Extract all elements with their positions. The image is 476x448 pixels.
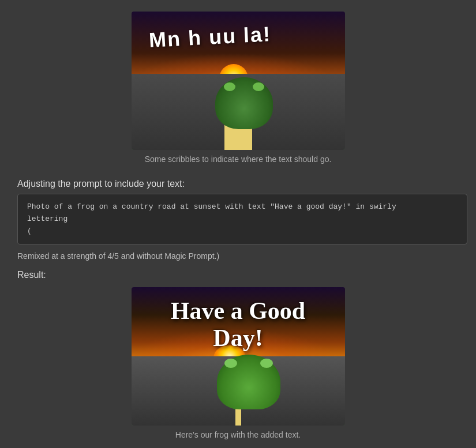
result-overlay-text: Have a Good Day! (143, 298, 333, 351)
prompt-code-block: Photo of a frog on a country road at sun… (17, 194, 467, 244)
scribble-overlay-text: Mn h uu la! (148, 18, 328, 52)
top-image-wrapper: Mn h uu la! Some scribbles to indicate w… (17, 12, 459, 173)
top-frog-image: Mn h uu la! (132, 12, 345, 150)
result-image-wrapper: Have a Good Day! Here's our frog with th… (17, 287, 459, 448)
result-image-caption: Here's our frog with the added text. (175, 430, 301, 439)
remix-info-text: Remixed at a strength of 4/5 and without… (17, 251, 219, 261)
frog-top (215, 77, 273, 129)
prompt-heading: Adjusting the prompt to include your tex… (17, 179, 185, 189)
code-line-1: Photo of a frog on a country road at sun… (27, 202, 396, 211)
result-frog-image: Have a Good Day! (132, 287, 345, 426)
result-heading: Result: (17, 270, 46, 280)
top-image-caption: Some scribbles to indicate where the tex… (145, 155, 332, 164)
code-line-2: lettering (27, 214, 68, 223)
code-line-3: ( (27, 227, 32, 235)
frog-result (217, 355, 280, 409)
page-container: Mn h uu la! Some scribbles to indicate w… (17, 12, 459, 448)
